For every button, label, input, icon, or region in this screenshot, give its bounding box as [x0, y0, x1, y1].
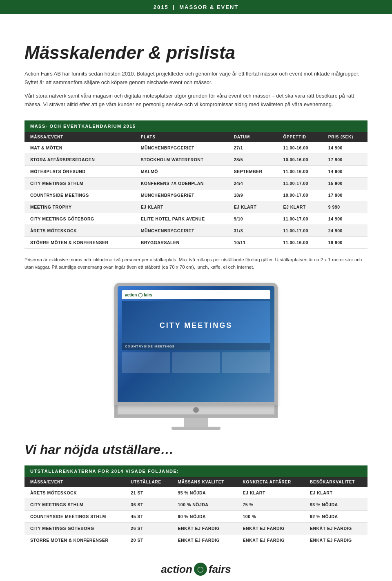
- col-header-datum: DATUM: [228, 132, 278, 142]
- exhibitor-table: MÄSSA/EVENT UTSTÄLLARE MÄSSANS KVALITET …: [24, 477, 368, 546]
- col-header-oppettid: ÖPPETTID: [277, 132, 322, 142]
- cal-cell-plats: BRYGGARSALEN: [135, 236, 228, 248]
- ex-cell-affarer: EJ KLART: [237, 487, 304, 499]
- ex-col-kvalitet: MÄSSANS KVALITET: [172, 477, 237, 487]
- header-pipe: |: [173, 4, 175, 10]
- cal-cell-event: ÅRETS MÖTESKOCK: [24, 225, 135, 236]
- ex-cell-utst: 26 ST: [125, 523, 172, 534]
- page-content: Mässkalender & prislista Action Fairs AB…: [0, 27, 392, 581]
- cal-cell-oppettid: 11.00-16.00: [277, 142, 322, 154]
- calendar-table-row: MAT & MÖTEN MÜNCHENBRYGGERIET 27/1 11.00…: [24, 142, 368, 154]
- imac-stand: [184, 418, 208, 430]
- cal-cell-plats: MALMÖ: [135, 165, 228, 177]
- ex-cell-event: COUNTRYSIDE MEETINGS STHLM: [24, 511, 125, 523]
- cal-cell-event: COUNTRYSIDE MEETINGS: [24, 189, 135, 201]
- cal-cell-event: MEETING TROPHY: [24, 201, 135, 213]
- cal-cell-pris: 14 900: [323, 165, 368, 177]
- ex-col-besokar: BESÖKARKVALITET: [304, 477, 368, 487]
- header-title: MÄSSOR & EVENT: [179, 4, 238, 10]
- page-title: Mässkalender & prislista: [24, 43, 368, 62]
- ex-col-affarer: KONKRETA AFFÄRER: [237, 477, 304, 487]
- cal-cell-event: STORA AFFÄRSRESEDAGEN: [24, 154, 135, 165]
- exhibitor-table-row: CITY MEETINGS STHLM 36 ST 100 % NÖJDA 75…: [24, 499, 368, 511]
- ex-cell-kvalitet: 100 % NÖJDA: [172, 499, 237, 511]
- calendar-table: MÄSSA/EVENT PLATS DATUM ÖPPETTID PRIS (S…: [24, 132, 368, 249]
- ex-cell-utst: 45 ST: [125, 511, 172, 523]
- apple-logo-icon: [193, 407, 199, 413]
- cal-cell-event: MÖTESPLATS ÖRESUND: [24, 165, 135, 177]
- satisfied-title: Vi har nöjda utställare…: [24, 442, 368, 457]
- cal-cell-event: CITY MEETINGS GÖTEBORG: [24, 213, 135, 225]
- footer-logo: action ◯ fairs: [24, 563, 368, 581]
- exhibitor-table-row: CITY MEETINGS GÖTEBORG 26 ST ENKÄT EJ FÄ…: [24, 523, 368, 534]
- ex-cell-kvalitet: 90 % NÖJDA: [172, 511, 237, 523]
- ex-col-utst: UTSTÄLLARE: [125, 477, 172, 487]
- ex-cell-event: ÅRETS MÖTESKOCK: [24, 487, 125, 499]
- calendar-section: MÄSS- OCH EVENTKALENDARIUM 2015 MÄSSA/EV…: [24, 120, 368, 249]
- cal-cell-datum: 9/10: [228, 213, 278, 225]
- ex-cell-event: CITY MEETINGS STHLM: [24, 499, 125, 511]
- exhibitor-section-header: UTSTÄLLARENKÄTERNA FÖR 2014 VISADE FÖLJA…: [24, 465, 368, 477]
- cal-cell-event: CITY MEETINGS STHLM: [24, 177, 135, 189]
- calendar-table-row: ÅRETS MÖTESKOCK MÜNCHENBRYGGERIET 31/3 1…: [24, 225, 368, 236]
- ex-cell-besokar: ENKÄT EJ FÄRDIG: [304, 534, 368, 546]
- cal-cell-plats: MÜNCHENBRYGGERIET: [135, 225, 228, 236]
- ex-cell-besokar: ENKÄT EJ FÄRDIG: [304, 523, 368, 534]
- intro-paragraph-1: Action Fairs AB har funnits sedan hösten…: [24, 70, 368, 87]
- cal-cell-datum: 27/1: [228, 142, 278, 154]
- imac-chin: [114, 405, 278, 418]
- calendar-table-row: COUNTRYSIDE MEETINGS MÜNCHENBRYGGERIET 1…: [24, 189, 368, 201]
- ex-cell-affarer: ENKÄT EJ FÄRDIG: [237, 534, 304, 546]
- cal-cell-datum: 31/3: [228, 225, 278, 236]
- calendar-table-row: MÖTESPLATS ÖRESUND MALMÖ SEPTEMBER 11.00…: [24, 165, 368, 177]
- col-header-event: MÄSSA/EVENT: [24, 132, 135, 142]
- imac-body: action ◯ fairs CITY MEETINGS COUNTRYSÍDE…: [114, 283, 278, 405]
- ex-col-event: MÄSSA/EVENT: [24, 477, 125, 487]
- cal-cell-oppettid: 10.00-17.00: [277, 189, 322, 201]
- ex-cell-affarer: ENKÄT EJ FÄRDIG: [237, 523, 304, 534]
- screen-hero-text: CITY MEETINGS COUNTRYSÍDE MEETINGS: [160, 321, 233, 330]
- cal-cell-plats: STOCKHOLM WATERFRONT: [135, 154, 228, 165]
- ex-cell-kvalitet: ENKÄT EJ FÄRDIG: [172, 523, 237, 534]
- screen-logo: action ◯ fairs: [125, 293, 152, 297]
- screen-card-3: [222, 352, 270, 373]
- cal-cell-datum: 10/11: [228, 236, 278, 248]
- cal-cell-pris: 15 900: [323, 177, 368, 189]
- cal-cell-plats: EJ KLART: [135, 201, 228, 213]
- screen-hero-overlay: COUNTRYSÍDE MEETINGS: [122, 343, 270, 350]
- ex-cell-utst: 21 ST: [125, 487, 172, 499]
- cal-cell-pris: 19 900: [323, 236, 368, 248]
- cal-cell-oppettid: 11.00-16.00: [277, 236, 322, 248]
- col-header-pris: PRIS (SEK): [323, 132, 368, 142]
- ex-cell-utst: 36 ST: [125, 499, 172, 511]
- imac-section: action ◯ fairs CITY MEETINGS COUNTRYSÍDE…: [24, 283, 368, 430]
- ex-cell-besokar: 93 % NÖJDA: [304, 499, 368, 511]
- calendar-table-row: CITY MEETINGS GÖTEBORG ELITE HOTEL PARK …: [24, 213, 368, 225]
- cal-cell-oppettid: 10.00-16.00: [277, 154, 322, 165]
- calendar-table-row: STORA AFFÄRSRESEDAGEN STOCKHOLM WATERFRO…: [24, 154, 368, 165]
- col-header-plats: PLATS: [135, 132, 228, 142]
- cal-cell-pris: 24 900: [323, 225, 368, 236]
- calendar-section-header: MÄSS- OCH EVENTKALENDARIUM 2015: [24, 120, 368, 132]
- cal-cell-pris: 14 900: [323, 142, 368, 154]
- ex-cell-event: STÖRRE MÖTEN & KONFERENSER: [24, 534, 125, 546]
- ex-cell-besokar: 92 % NÖJDA: [304, 511, 368, 523]
- cal-cell-datum: EJ KLART: [228, 201, 278, 213]
- ex-cell-kvalitet: ENKÄT EJ FÄRDIG: [172, 534, 237, 546]
- cal-cell-plats: MÜNCHENBRYGGERIET: [135, 142, 228, 154]
- screen-card-1: [122, 352, 170, 373]
- cal-cell-event: MAT & MÖTEN: [24, 142, 135, 154]
- footer-logo-icon: ◯: [194, 563, 207, 576]
- header-divider: [78, 14, 314, 14]
- ex-cell-utst: 20 ST: [125, 534, 172, 546]
- cal-cell-oppettid: 11.00-17.00: [277, 225, 322, 236]
- cal-cell-datum: 18/9: [228, 189, 278, 201]
- cal-cell-datum: 28/5: [228, 154, 278, 165]
- header-banner: 2015 | MÄSSOR & EVENT: [0, 0, 392, 14]
- ex-cell-kvalitet: 95 % NÖJDA: [172, 487, 237, 499]
- calendar-table-row: MEETING TROPHY EJ KLART EJ KLART EJ KLAR…: [24, 201, 368, 213]
- cal-cell-event: STÖRRE MÖTEN & KONFERENSER: [24, 236, 135, 248]
- screen-cards: [122, 352, 270, 373]
- ex-cell-event: CITY MEETINGS GÖTEBORG: [24, 523, 125, 534]
- exhibitor-table-row: STÖRRE MÖTEN & KONFERENSER 20 ST ENKÄT E…: [24, 534, 368, 546]
